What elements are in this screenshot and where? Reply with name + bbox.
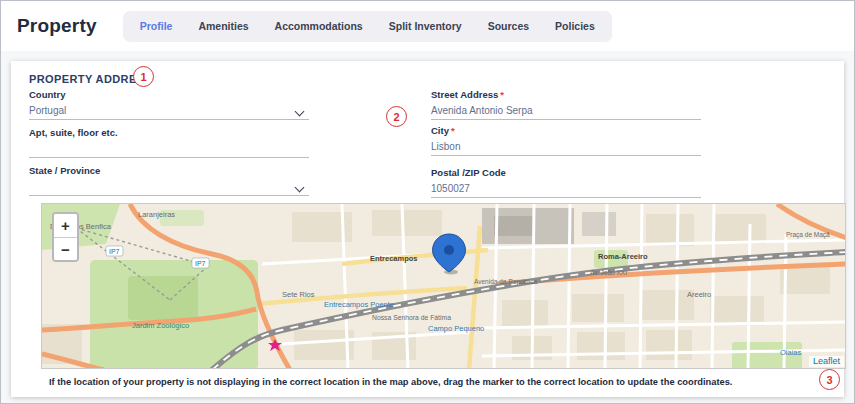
state-value bbox=[29, 181, 309, 195]
tab-profile[interactable]: Profile bbox=[127, 20, 186, 32]
tab-bar: Profile Amenities Accommodations Split I… bbox=[123, 11, 612, 42]
leaflet-attribution[interactable]: Leaflet bbox=[809, 356, 844, 367]
annotation-1: 1 bbox=[133, 66, 154, 87]
property-page: Property Profile Amenities Accommodation… bbox=[0, 0, 855, 404]
map-label: Campo Pequeno bbox=[428, 324, 484, 333]
tab-split-inventory[interactable]: Split Inventory bbox=[376, 20, 475, 32]
tab-policies[interactable]: Policies bbox=[542, 20, 608, 32]
map-label: Nossa Senhora de Fátima bbox=[372, 314, 451, 321]
map-label: Av. João XXI bbox=[590, 269, 627, 276]
annotation-3: 3 bbox=[819, 369, 840, 390]
map-label: Entrecampos Poente bbox=[324, 300, 394, 309]
required-asterisk: * bbox=[451, 125, 455, 136]
map-label: Sete Rios bbox=[282, 290, 315, 299]
postal-code-input[interactable]: Postal /ZIP Code 1050027 bbox=[431, 167, 701, 198]
map-canvas: IP7 IP7 Laranjeiras Domingos Benfica Jar… bbox=[42, 204, 846, 369]
map-label: Roma-Areeiro bbox=[598, 252, 648, 261]
page-title: Property bbox=[17, 15, 97, 37]
location-map[interactable]: + − Leaflet bbox=[41, 203, 846, 369]
map-zoom-control: + − bbox=[52, 212, 79, 262]
map-label: Entrecampos bbox=[370, 254, 418, 263]
required-asterisk: * bbox=[500, 89, 504, 100]
top-bar: Property Profile Amenities Accommodation… bbox=[1, 1, 854, 51]
tab-amenities[interactable]: Amenities bbox=[185, 20, 261, 32]
street-address-value: Avenida Antonio Serpa bbox=[431, 105, 701, 119]
country-value: Portugal bbox=[29, 105, 309, 119]
map-instruction-note: If the location of your property is not … bbox=[49, 377, 732, 387]
country-select[interactable]: Country Portugal bbox=[29, 89, 309, 120]
city-input[interactable]: City* Lisbon bbox=[431, 125, 701, 156]
map-label: Areeiro bbox=[687, 290, 711, 299]
street-address-label: Street Address* bbox=[431, 89, 701, 100]
apt-label: Apt, suite, floor etc. bbox=[29, 127, 309, 138]
city-label: City* bbox=[431, 125, 701, 136]
map-label: Jardim Zoológico bbox=[132, 321, 189, 330]
city-value: Lisbon bbox=[431, 141, 701, 155]
street-address-input[interactable]: Street Address* Avenida Antonio Serpa bbox=[431, 89, 701, 120]
svg-text:IP7: IP7 bbox=[109, 248, 120, 255]
zoom-out-button[interactable]: − bbox=[54, 237, 77, 260]
tab-sources[interactable]: Sources bbox=[475, 20, 542, 32]
country-label: Country bbox=[29, 89, 309, 100]
zoom-in-button[interactable]: + bbox=[54, 214, 77, 237]
apt-value bbox=[29, 143, 309, 157]
annotation-2: 2 bbox=[386, 106, 407, 127]
postal-code-value: 1050027 bbox=[431, 183, 701, 197]
map-label: Olaias bbox=[780, 348, 802, 357]
map-label: Praça de Maçã bbox=[786, 231, 830, 239]
state-label: State / Province bbox=[29, 165, 309, 176]
map-label: Avenida da República bbox=[474, 278, 538, 286]
postal-code-label: Postal /ZIP Code bbox=[431, 167, 701, 178]
svg-text:IP7: IP7 bbox=[195, 260, 206, 267]
apt-input[interactable]: Apt, suite, floor etc. bbox=[29, 127, 309, 158]
property-address-card: PROPERTY ADDRESS 1 2 3 Country Portugal … bbox=[11, 61, 844, 397]
map-label: Laranjeiras bbox=[138, 210, 175, 219]
tab-accommodations[interactable]: Accommodations bbox=[262, 20, 376, 32]
state-select[interactable]: State / Province bbox=[29, 165, 309, 196]
